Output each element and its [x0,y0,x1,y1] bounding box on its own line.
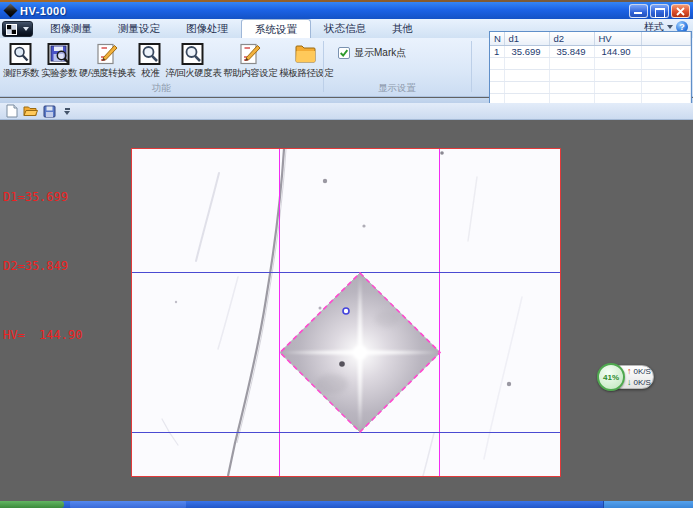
readout-hv: HV= 144.90 [3,324,82,347]
ribbon-group-label: 显示设置 [324,82,470,95]
indentation-dark-spot [339,361,345,367]
ribbon-group-label: 功能 [0,82,322,95]
start-button[interactable] [0,501,64,508]
tab-image-measure[interactable]: 图像测量 [37,19,105,38]
app-grid-icon [6,24,17,35]
minimize-button[interactable] [629,4,648,18]
ribbon-group-separator [471,41,472,92]
checkbox-label: 显示Mark点 [354,46,406,60]
workspace: D1=35.699 D2=35.849 HV= 144.90 [0,120,693,501]
tab-status-info[interactable]: 状态信息 [311,19,379,38]
close-icon [676,7,685,16]
ribbon-button-label: 实验参数 [41,67,77,80]
new-document-icon [6,104,18,118]
ribbon-button-hardness-strength-table[interactable]: 硬/强度转换表 [78,40,136,81]
table-row-empty [490,69,691,81]
table-row[interactable]: 1 35.699 35.849 144.90 [490,45,691,57]
checkbox-box [338,47,350,59]
measurement-readout: D1=35.699 D2=35.849 HV= 144.90 [3,140,82,393]
ribbon-button-label: 测距系数 [3,67,39,80]
chevron-down-icon [667,25,673,29]
quick-access-toolbar [0,103,693,120]
microscope-image [132,149,560,476]
titlebar: HV-1000 [0,2,693,19]
results-table-panel: N d1 d2 HV 1 35.699 35.849 144.90 [489,31,692,104]
col-header-extra [641,32,691,45]
toolbar-options-button[interactable] [61,104,71,118]
ribbon-group-display-settings: 显示Mark点 显示设置 [324,38,470,96]
col-header-d2: d2 [549,32,594,45]
upload-speed-value: 0K/S [634,367,651,376]
edit-document-icon [94,41,120,67]
open-folder-icon [23,105,38,117]
window-title: HV-1000 [20,5,66,17]
ribbon-button-calibration[interactable]: 校准 [136,40,164,81]
toolbar-dash-icon [65,108,70,110]
tab-other[interactable]: 其他 [379,19,426,38]
results-table: N d1 d2 HV 1 35.699 35.849 144.90 [490,32,691,106]
ribbon-button-quench-temper-table[interactable]: 淬/回火硬度表 [164,40,222,81]
ribbon-button-label: 硬/强度转换表 [79,67,135,80]
upload-arrow-icon: ↑ [627,367,632,376]
taskbar [0,501,693,508]
disk-magnifier-icon [46,41,72,67]
system-tray [603,501,693,508]
microscope-image-viewport[interactable] [131,148,561,477]
new-document-button[interactable] [4,104,19,118]
table-row-empty [490,57,691,69]
cell-hv: 144.90 [594,45,641,57]
folder-icon [293,41,319,67]
ribbon-button-label: 帮助内容设定 [223,67,277,80]
ribbon-button-label: 校准 [141,67,159,80]
tab-system-settings[interactable]: 系统设置 [241,19,311,38]
show-mark-points-checkbox[interactable]: 显示Mark点 [338,46,406,60]
app-window: HV-1000 图像测量 测量设定 图像处理 [0,0,693,508]
check-icon [339,48,349,58]
results-header-row: N d1 d2 HV [490,32,691,45]
cell-n: 1 [490,45,504,57]
maximize-button[interactable] [650,4,669,18]
close-button[interactable] [671,4,690,18]
ribbon-button-help-content-settings[interactable]: 帮助内容设定 [222,40,278,81]
cell-extra [641,45,691,57]
download-arrow-icon: ↓ [627,378,632,387]
col-header-hv: HV [594,32,641,45]
col-header-n: N [490,32,504,45]
save-icon [43,105,56,118]
ribbon-button-label: 淬/回火硬度表 [165,67,221,80]
chevron-down-icon [23,27,29,31]
memory-percent-badge: 41% [597,363,625,391]
ribbon-button-experiment-params[interactable]: 实验参数 [40,40,78,81]
application-menu-button[interactable] [2,21,33,37]
magnifier-frame-icon [8,41,34,67]
edit-document-icon [237,41,263,67]
cell-d2: 35.849 [549,45,594,57]
cell-d1: 35.699 [504,45,549,57]
mark-point[interactable] [343,308,349,314]
ribbon-group-functions: 测距系数 实验参数 [0,38,322,96]
open-file-button[interactable] [23,104,38,118]
ribbon-button-distance-coefficient[interactable]: 测距系数 [2,40,40,81]
taskbar-task-button[interactable] [70,501,186,508]
save-button[interactable] [42,104,57,118]
table-row-empty [490,81,691,93]
tab-image-processing[interactable]: 图像处理 [173,19,241,38]
chevron-down-icon [64,111,70,115]
app-logo-icon [3,3,17,17]
download-speed-value: 0K/S [634,378,651,387]
readout-d2: D2=35.849 [3,255,82,278]
tab-measure-settings[interactable]: 测量设定 [105,19,173,38]
col-header-d1: d1 [504,32,549,45]
readout-d1: D1=35.699 [3,186,82,209]
magnifier-icon [180,41,206,67]
speed-monitor-widget[interactable]: ↑ 0K/S ↓ 0K/S 41% [597,363,654,391]
magnifier-icon [137,41,163,67]
